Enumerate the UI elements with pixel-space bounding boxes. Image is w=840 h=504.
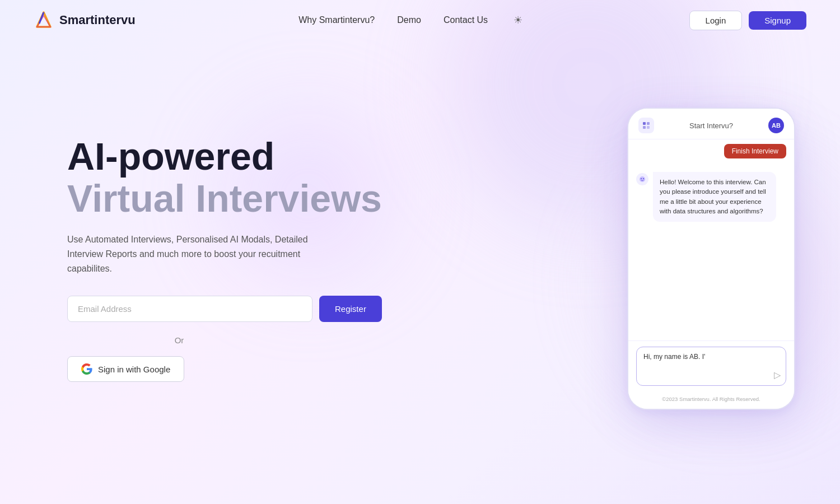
ai-message-text: Hello! Welcome to this interview. Can yo…	[653, 172, 776, 222]
login-button[interactable]: Login	[689, 11, 743, 30]
google-signin-button[interactable]: Sign in with Google	[67, 356, 184, 382]
logo-text: Smartintervu	[59, 13, 136, 27]
phone-action-bar: Finish Interview	[628, 139, 794, 163]
svg-rect-4	[647, 122, 650, 125]
google-icon	[81, 363, 92, 375]
theme-toggle-button[interactable]: ☀	[510, 11, 526, 30]
logo[interactable]: Smartintervu	[34, 10, 136, 30]
phone-input-wrap: Hi, my name is AB. I' ▷	[636, 347, 786, 386]
svg-point-7	[640, 176, 645, 182]
hero-title-line1: AI-powered	[67, 136, 382, 178]
chat-area: Hello! Welcome to this interview. Can yo…	[628, 163, 794, 340]
nav-why[interactable]: Why Smartintervu?	[298, 15, 375, 25]
hero-title-line2: Virtual Interviews	[67, 178, 382, 220]
signup-button[interactable]: Signup	[749, 11, 806, 30]
ai-chat-bubble: Hello! Welcome to this interview. Can yo…	[636, 172, 786, 222]
register-button[interactable]: Register	[319, 296, 382, 322]
nav-contact[interactable]: Contact Us	[444, 15, 488, 25]
phone-title: Start Intervu?	[689, 122, 733, 130]
or-divider: Or	[67, 335, 291, 345]
phone-user-text: Hi, my name is AB. I'	[643, 353, 705, 361]
google-signin-label: Sign in with Google	[98, 365, 170, 374]
nav-demo[interactable]: Demo	[397, 15, 421, 25]
hero-subtitle: Use Automated Interviews, Personalised A…	[67, 232, 336, 276]
svg-point-8	[641, 178, 642, 179]
register-form: Register	[67, 296, 382, 322]
main-nav: Why Smartintervu? Demo Contact Us ☀	[298, 11, 526, 30]
phone-logo-icon	[642, 121, 651, 130]
ai-face-icon	[639, 176, 646, 183]
phone-text-box: Hi, my name is AB. I'	[636, 347, 786, 386]
email-input[interactable]	[67, 296, 312, 322]
svg-line-2	[39, 12, 44, 24]
main-content: AI-powered Virtual Interviews Use Automa…	[0, 40, 840, 466]
finish-interview-button[interactable]: Finish Interview	[724, 144, 786, 158]
hero-section: AI-powered Virtual Interviews Use Automa…	[67, 136, 382, 382]
svg-rect-5	[643, 126, 646, 129]
site-header: Smartintervu Why Smartintervu? Demo Cont…	[0, 0, 840, 40]
svg-rect-6	[647, 126, 650, 129]
phone-app-logo	[638, 118, 654, 133]
sun-icon: ☀	[514, 14, 522, 26]
phone-user-avatar: AB	[768, 118, 784, 133]
phone-footer: ©2023 Smartintervu. All Rights Reserved.	[628, 391, 794, 409]
header-actions: Login Signup	[689, 11, 806, 30]
phone-mockup-section: Start Intervu? AB Finish Interview	[627, 108, 795, 410]
ai-icon	[636, 173, 648, 185]
logo-icon	[34, 10, 54, 30]
svg-rect-3	[643, 122, 646, 125]
phone-topbar: Start Intervu? AB	[628, 109, 794, 139]
phone-input-area: Hi, my name is AB. I' ▷	[628, 340, 794, 391]
phone-mockup: Start Intervu? AB Finish Interview	[627, 108, 795, 410]
svg-point-9	[643, 178, 644, 179]
phone-send-button[interactable]: ▷	[774, 370, 781, 380]
